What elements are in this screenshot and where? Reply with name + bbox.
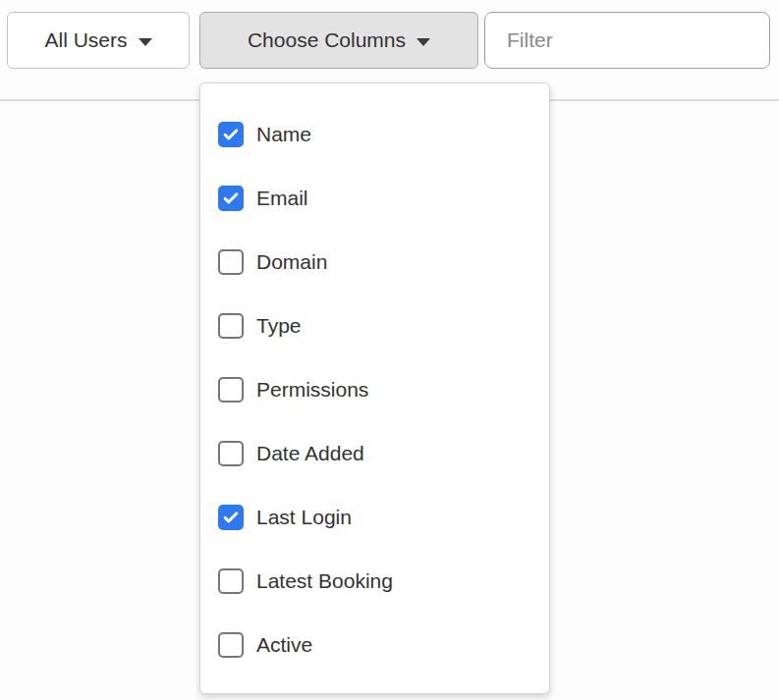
column-item-label: Name — [256, 123, 311, 146]
check-icon — [221, 188, 241, 208]
column-checkbox[interactable] — [218, 249, 244, 275]
column-checkbox[interactable] — [218, 505, 244, 530]
page: All Users Choose Columns Name Email — [0, 0, 779, 700]
column-checkbox[interactable] — [218, 186, 244, 211]
columns-dropdown-list: Name Email Domain Type — [200, 102, 549, 676]
column-toggle-item[interactable]: Type — [200, 294, 549, 357]
chevron-down-icon — [139, 38, 152, 46]
check-icon — [221, 508, 241, 527]
column-checkbox[interactable] — [218, 122, 244, 147]
check-icon — [221, 125, 241, 144]
choose-columns-dropdown-button[interactable]: Choose Columns — [199, 12, 478, 69]
all-users-dropdown-button[interactable]: All Users — [7, 12, 190, 69]
column-toggle-item[interactable]: Active — [200, 613, 549, 676]
column-toggle-item[interactable]: Date Added — [200, 421, 549, 485]
column-item-label: Date Added — [256, 442, 364, 465]
column-checkbox[interactable] — [218, 377, 244, 403]
column-toggle-item[interactable]: Last Login — [200, 485, 549, 549]
column-toggle-item[interactable]: Email — [200, 166, 549, 230]
column-checkbox[interactable] — [218, 632, 244, 658]
chevron-down-icon — [417, 38, 430, 46]
column-item-label: Type — [256, 314, 302, 338]
columns-dropdown-panel: Name Email Domain Type — [199, 82, 550, 694]
column-item-label: Last Login — [256, 506, 352, 529]
column-item-label: Active — [256, 633, 312, 657]
column-toggle-item[interactable]: Permissions — [200, 357, 549, 421]
column-item-label: Email — [256, 187, 308, 210]
column-item-label: Domain — [256, 250, 327, 274]
column-item-label: Latest Booking — [256, 569, 393, 593]
filter-input[interactable] — [484, 12, 770, 69]
column-toggle-item[interactable]: Name — [200, 102, 549, 166]
all-users-label: All Users — [44, 28, 127, 52]
column-checkbox[interactable] — [218, 441, 244, 466]
column-checkbox[interactable] — [218, 313, 244, 339]
column-checkbox[interactable] — [218, 568, 244, 594]
column-toggle-item[interactable]: Latest Booking — [200, 549, 549, 613]
column-toggle-item[interactable]: Domain — [200, 230, 549, 294]
choose-columns-label: Choose Columns — [248, 28, 406, 52]
column-item-label: Permissions — [256, 378, 368, 402]
